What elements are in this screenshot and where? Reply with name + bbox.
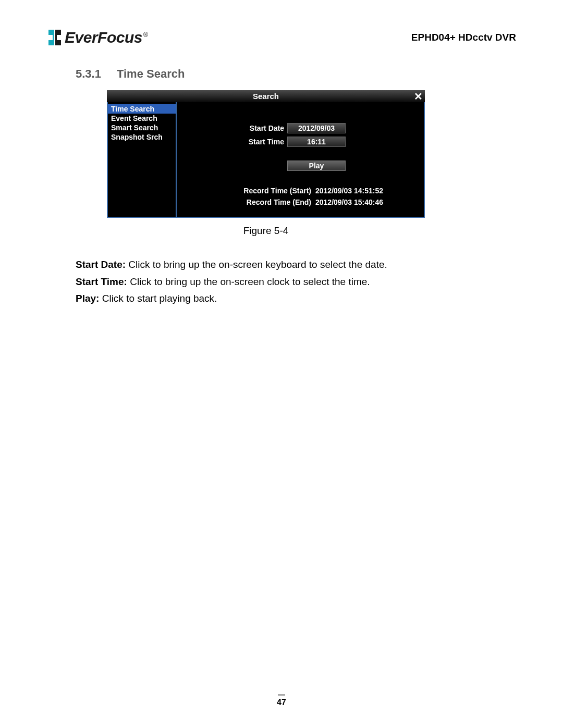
section-heading: 5.3.1Time Search	[76, 67, 516, 81]
figure-container: Search ✕ Time Search Event Search Smart …	[107, 90, 425, 237]
desc-start-time-text: Click to bring up the on-screen clock to…	[127, 276, 370, 287]
sidebar-item-time-search[interactable]: Time Search	[108, 104, 176, 114]
desc-start-time-label: Start Time:	[76, 276, 127, 287]
dvr-search-window: Search ✕ Time Search Event Search Smart …	[107, 90, 425, 218]
page-header: EverFocus® EPHD04+ HDcctv DVR	[47, 29, 516, 46]
brand-logo: EverFocus®	[47, 29, 148, 46]
sidebar-item-event-search[interactable]: Event Search	[108, 114, 176, 123]
record-end-value: 2012/09/03 15:40:46	[315, 198, 383, 206]
figure-caption: Figure 5-4	[107, 225, 425, 237]
sidebar-item-smart-search[interactable]: Smart Search	[108, 123, 176, 132]
dvr-window-title: Search	[253, 92, 279, 101]
close-icon[interactable]: ✕	[414, 91, 423, 102]
start-date-input[interactable]: 2012/09/03	[287, 123, 346, 133]
record-start-value: 2012/09/03 14:51:52	[315, 187, 383, 195]
desc-start-date-text: Click to bring up the on-screen keyboard…	[126, 259, 387, 270]
sidebar-item-snapshot-search[interactable]: Snapshot Srch	[108, 132, 176, 142]
page-footer: — 47	[0, 692, 563, 707]
record-start-label: Record Time (Start)	[243, 187, 311, 195]
everfocus-icon	[47, 29, 63, 46]
registered-mark: ®	[143, 31, 148, 39]
dvr-sidebar: Time Search Event Search Smart Search Sn…	[107, 102, 177, 218]
page-number: 47	[277, 698, 286, 707]
footer-dash: —	[0, 692, 563, 698]
brand-name: EverFocus®	[65, 29, 148, 46]
description-text: Start Date: Click to bring up the on-scr…	[76, 257, 516, 306]
start-time-input[interactable]: 16:11	[287, 137, 346, 147]
product-title: EPHD04+ HDcctv DVR	[411, 32, 516, 43]
start-time-label: Start Time	[249, 138, 284, 146]
start-date-label: Start Date	[250, 124, 284, 132]
desc-start-date-label: Start Date:	[76, 259, 126, 270]
dvr-main-panel: Start Date 2012/09/03 Start Time 16:11 P…	[177, 102, 425, 218]
desc-play-label: Play:	[76, 293, 99, 304]
record-end-label: Record Time (End)	[247, 198, 311, 206]
dvr-titlebar: Search ✕	[107, 90, 425, 102]
desc-play-text: Click to start playing back.	[99, 293, 217, 304]
section-number: 5.3.1	[76, 67, 101, 80]
play-button[interactable]: Play	[287, 161, 346, 171]
section-title: Time Search	[117, 67, 185, 80]
